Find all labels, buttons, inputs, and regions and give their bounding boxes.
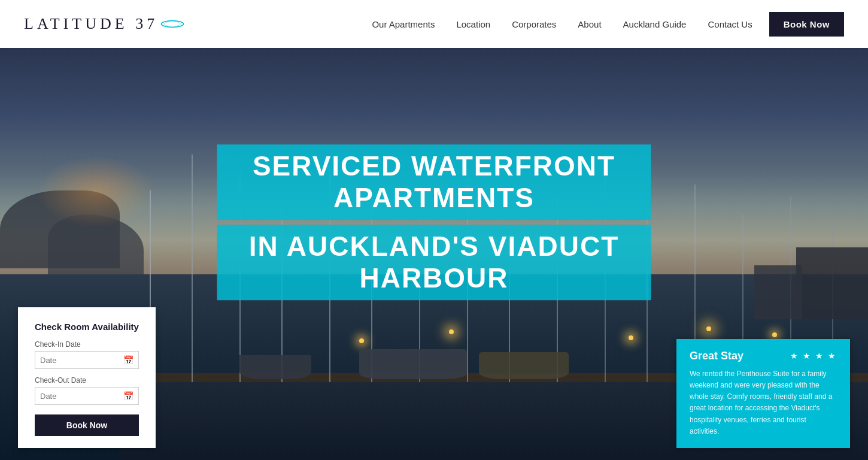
nav-location[interactable]: Location	[445, 19, 501, 29]
navigation: Our Apartments Location Corporates About…	[361, 12, 844, 37]
availability-title: Check Room Availability	[35, 322, 139, 332]
review-stars: ★ ★ ★ ★	[790, 351, 837, 361]
svg-point-1	[164, 22, 181, 26]
harbor-light-3	[629, 335, 633, 340]
hero-section: SERVICED WATERFRONT APARTMENTS IN AUCKLA…	[0, 0, 868, 460]
nav-contact-us[interactable]: Contact Us	[697, 19, 763, 29]
building-1	[796, 247, 868, 319]
nav-about[interactable]: About	[567, 19, 612, 29]
nav-our-apartments[interactable]: Our Apartments	[361, 19, 445, 29]
availability-book-now-button[interactable]: Book Now	[35, 414, 139, 436]
review-card: Great Stay ★ ★ ★ ★ We rented the Penthou…	[676, 339, 850, 448]
sunset-glow	[36, 156, 156, 228]
harbor-light-1	[359, 338, 364, 343]
mast-2	[192, 155, 193, 382]
availability-box: Check Room Availability Check-In Date 📅 …	[18, 307, 156, 448]
checkin-label: Check-In Date	[35, 340, 139, 349]
review-header: Great Stay ★ ★ ★ ★	[690, 350, 837, 362]
checkout-input-wrapper[interactable]: 📅	[35, 387, 139, 405]
harbor-light-4	[706, 326, 711, 331]
harbor-light-5	[772, 332, 777, 337]
nav-corporates[interactable]: Corporates	[501, 19, 567, 29]
hero-headline-line1: SERVICED WATERFRONT APARTMENTS	[217, 144, 651, 220]
checkin-date-input[interactable]	[40, 356, 122, 365]
checkin-calendar-icon: 📅	[123, 355, 133, 365]
harbor-light-2	[449, 329, 454, 334]
review-title: Great Stay	[690, 350, 743, 362]
logo-text: LATITUDE 37	[24, 15, 158, 33]
hero-headline-line2: IN AUCKLAND'S VIADUCT HARBOUR	[217, 225, 651, 300]
checkout-label: Check-Out Date	[35, 376, 139, 385]
logo[interactable]: LATITUDE 37	[24, 15, 184, 33]
hero-headline: SERVICED WATERFRONT APARTMENTS IN AUCKLA…	[217, 144, 651, 300]
logo-swoosh-icon	[160, 20, 184, 28]
nav-auckland-guide[interactable]: Auckland Guide	[612, 19, 697, 29]
checkout-date-input[interactable]	[40, 392, 122, 401]
review-text: We rented the Penthouse Suite for a fami…	[690, 368, 837, 437]
header-book-now-button[interactable]: Book Now	[769, 12, 844, 37]
header: LATITUDE 37 Our Apartments Location Corp…	[0, 0, 868, 48]
boat-3	[479, 352, 569, 379]
checkout-calendar-icon: 📅	[123, 391, 133, 401]
boat-1	[239, 355, 311, 379]
building-2	[754, 265, 802, 319]
boat-2	[359, 349, 467, 379]
checkin-input-wrapper[interactable]: 📅	[35, 351, 139, 369]
